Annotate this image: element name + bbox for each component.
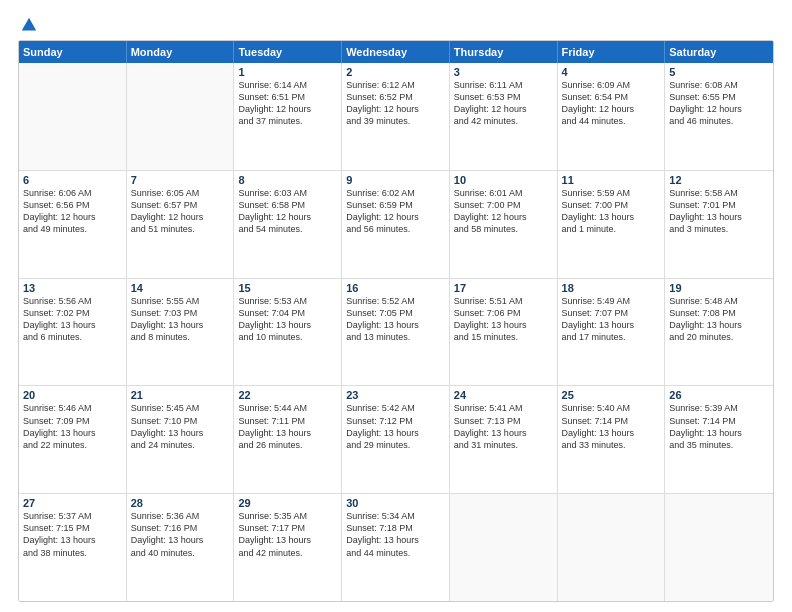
- cell-info: Sunrise: 5:48 AM Sunset: 7:08 PM Dayligh…: [669, 295, 769, 344]
- cell-info: Sunrise: 6:06 AM Sunset: 6:56 PM Dayligh…: [23, 187, 122, 236]
- calendar-cell: 1Sunrise: 6:14 AM Sunset: 6:51 PM Daylig…: [234, 63, 342, 170]
- day-number: 15: [238, 282, 337, 294]
- calendar-cell: [558, 494, 666, 601]
- calendar-row: 1Sunrise: 6:14 AM Sunset: 6:51 PM Daylig…: [19, 63, 773, 171]
- cell-info: Sunrise: 5:44 AM Sunset: 7:11 PM Dayligh…: [238, 402, 337, 451]
- calendar-cell: 15Sunrise: 5:53 AM Sunset: 7:04 PM Dayli…: [234, 279, 342, 386]
- day-number: 20: [23, 389, 122, 401]
- day-number: 16: [346, 282, 445, 294]
- calendar-cell: 24Sunrise: 5:41 AM Sunset: 7:13 PM Dayli…: [450, 386, 558, 493]
- calendar-cell: 7Sunrise: 6:05 AM Sunset: 6:57 PM Daylig…: [127, 171, 235, 278]
- day-number: 29: [238, 497, 337, 509]
- calendar-cell: [450, 494, 558, 601]
- day-number: 10: [454, 174, 553, 186]
- header: [18, 16, 774, 32]
- calendar-body: 1Sunrise: 6:14 AM Sunset: 6:51 PM Daylig…: [19, 63, 773, 601]
- weekday-header: Friday: [558, 41, 666, 63]
- cell-info: Sunrise: 5:40 AM Sunset: 7:14 PM Dayligh…: [562, 402, 661, 451]
- day-number: 5: [669, 66, 769, 78]
- cell-info: Sunrise: 5:41 AM Sunset: 7:13 PM Dayligh…: [454, 402, 553, 451]
- calendar-row: 27Sunrise: 5:37 AM Sunset: 7:15 PM Dayli…: [19, 494, 773, 601]
- day-number: 12: [669, 174, 769, 186]
- calendar-cell: 5Sunrise: 6:08 AM Sunset: 6:55 PM Daylig…: [665, 63, 773, 170]
- calendar-cell: 10Sunrise: 6:01 AM Sunset: 7:00 PM Dayli…: [450, 171, 558, 278]
- cell-info: Sunrise: 5:46 AM Sunset: 7:09 PM Dayligh…: [23, 402, 122, 451]
- cell-info: Sunrise: 5:59 AM Sunset: 7:00 PM Dayligh…: [562, 187, 661, 236]
- calendar-cell: 26Sunrise: 5:39 AM Sunset: 7:14 PM Dayli…: [665, 386, 773, 493]
- calendar-cell: 22Sunrise: 5:44 AM Sunset: 7:11 PM Dayli…: [234, 386, 342, 493]
- cell-info: Sunrise: 6:12 AM Sunset: 6:52 PM Dayligh…: [346, 79, 445, 128]
- calendar-header: SundayMondayTuesdayWednesdayThursdayFrid…: [19, 41, 773, 63]
- calendar-cell: 23Sunrise: 5:42 AM Sunset: 7:12 PM Dayli…: [342, 386, 450, 493]
- calendar-cell: 20Sunrise: 5:46 AM Sunset: 7:09 PM Dayli…: [19, 386, 127, 493]
- day-number: 18: [562, 282, 661, 294]
- calendar-cell: [127, 63, 235, 170]
- weekday-header: Saturday: [665, 41, 773, 63]
- calendar-cell: 18Sunrise: 5:49 AM Sunset: 7:07 PM Dayli…: [558, 279, 666, 386]
- calendar-cell: 21Sunrise: 5:45 AM Sunset: 7:10 PM Dayli…: [127, 386, 235, 493]
- calendar-cell: 27Sunrise: 5:37 AM Sunset: 7:15 PM Dayli…: [19, 494, 127, 601]
- day-number: 3: [454, 66, 553, 78]
- day-number: 22: [238, 389, 337, 401]
- cell-info: Sunrise: 5:42 AM Sunset: 7:12 PM Dayligh…: [346, 402, 445, 451]
- day-number: 9: [346, 174, 445, 186]
- day-number: 14: [131, 282, 230, 294]
- calendar-cell: [665, 494, 773, 601]
- logo-icon: [20, 16, 38, 34]
- calendar-cell: 25Sunrise: 5:40 AM Sunset: 7:14 PM Dayli…: [558, 386, 666, 493]
- page: SundayMondayTuesdayWednesdayThursdayFrid…: [0, 0, 792, 612]
- calendar-cell: 14Sunrise: 5:55 AM Sunset: 7:03 PM Dayli…: [127, 279, 235, 386]
- day-number: 7: [131, 174, 230, 186]
- cell-info: Sunrise: 6:01 AM Sunset: 7:00 PM Dayligh…: [454, 187, 553, 236]
- cell-info: Sunrise: 5:49 AM Sunset: 7:07 PM Dayligh…: [562, 295, 661, 344]
- cell-info: Sunrise: 6:02 AM Sunset: 6:59 PM Dayligh…: [346, 187, 445, 236]
- calendar-cell: 19Sunrise: 5:48 AM Sunset: 7:08 PM Dayli…: [665, 279, 773, 386]
- cell-info: Sunrise: 6:14 AM Sunset: 6:51 PM Dayligh…: [238, 79, 337, 128]
- day-number: 11: [562, 174, 661, 186]
- cell-info: Sunrise: 5:56 AM Sunset: 7:02 PM Dayligh…: [23, 295, 122, 344]
- day-number: 8: [238, 174, 337, 186]
- cell-info: Sunrise: 5:58 AM Sunset: 7:01 PM Dayligh…: [669, 187, 769, 236]
- cell-info: Sunrise: 5:45 AM Sunset: 7:10 PM Dayligh…: [131, 402, 230, 451]
- calendar-cell: 6Sunrise: 6:06 AM Sunset: 6:56 PM Daylig…: [19, 171, 127, 278]
- calendar-cell: [19, 63, 127, 170]
- calendar-cell: 16Sunrise: 5:52 AM Sunset: 7:05 PM Dayli…: [342, 279, 450, 386]
- cell-info: Sunrise: 5:53 AM Sunset: 7:04 PM Dayligh…: [238, 295, 337, 344]
- calendar-cell: 9Sunrise: 6:02 AM Sunset: 6:59 PM Daylig…: [342, 171, 450, 278]
- cell-info: Sunrise: 5:39 AM Sunset: 7:14 PM Dayligh…: [669, 402, 769, 451]
- calendar-cell: 4Sunrise: 6:09 AM Sunset: 6:54 PM Daylig…: [558, 63, 666, 170]
- weekday-header: Thursday: [450, 41, 558, 63]
- cell-info: Sunrise: 6:05 AM Sunset: 6:57 PM Dayligh…: [131, 187, 230, 236]
- day-number: 6: [23, 174, 122, 186]
- calendar-cell: 17Sunrise: 5:51 AM Sunset: 7:06 PM Dayli…: [450, 279, 558, 386]
- calendar-cell: 2Sunrise: 6:12 AM Sunset: 6:52 PM Daylig…: [342, 63, 450, 170]
- day-number: 17: [454, 282, 553, 294]
- cell-info: Sunrise: 5:55 AM Sunset: 7:03 PM Dayligh…: [131, 295, 230, 344]
- day-number: 2: [346, 66, 445, 78]
- calendar-cell: 8Sunrise: 6:03 AM Sunset: 6:58 PM Daylig…: [234, 171, 342, 278]
- weekday-header: Monday: [127, 41, 235, 63]
- cell-info: Sunrise: 6:11 AM Sunset: 6:53 PM Dayligh…: [454, 79, 553, 128]
- cell-info: Sunrise: 5:34 AM Sunset: 7:18 PM Dayligh…: [346, 510, 445, 559]
- day-number: 26: [669, 389, 769, 401]
- day-number: 23: [346, 389, 445, 401]
- calendar-cell: 28Sunrise: 5:36 AM Sunset: 7:16 PM Dayli…: [127, 494, 235, 601]
- weekday-header: Wednesday: [342, 41, 450, 63]
- calendar: SundayMondayTuesdayWednesdayThursdayFrid…: [18, 40, 774, 602]
- cell-info: Sunrise: 5:52 AM Sunset: 7:05 PM Dayligh…: [346, 295, 445, 344]
- day-number: 19: [669, 282, 769, 294]
- day-number: 28: [131, 497, 230, 509]
- day-number: 21: [131, 389, 230, 401]
- calendar-row: 13Sunrise: 5:56 AM Sunset: 7:02 PM Dayli…: [19, 279, 773, 387]
- weekday-header: Sunday: [19, 41, 127, 63]
- day-number: 24: [454, 389, 553, 401]
- day-number: 4: [562, 66, 661, 78]
- calendar-row: 6Sunrise: 6:06 AM Sunset: 6:56 PM Daylig…: [19, 171, 773, 279]
- calendar-cell: 30Sunrise: 5:34 AM Sunset: 7:18 PM Dayli…: [342, 494, 450, 601]
- calendar-cell: 3Sunrise: 6:11 AM Sunset: 6:53 PM Daylig…: [450, 63, 558, 170]
- calendar-cell: 29Sunrise: 5:35 AM Sunset: 7:17 PM Dayli…: [234, 494, 342, 601]
- day-number: 1: [238, 66, 337, 78]
- calendar-cell: 13Sunrise: 5:56 AM Sunset: 7:02 PM Dayli…: [19, 279, 127, 386]
- cell-info: Sunrise: 5:36 AM Sunset: 7:16 PM Dayligh…: [131, 510, 230, 559]
- cell-info: Sunrise: 6:08 AM Sunset: 6:55 PM Dayligh…: [669, 79, 769, 128]
